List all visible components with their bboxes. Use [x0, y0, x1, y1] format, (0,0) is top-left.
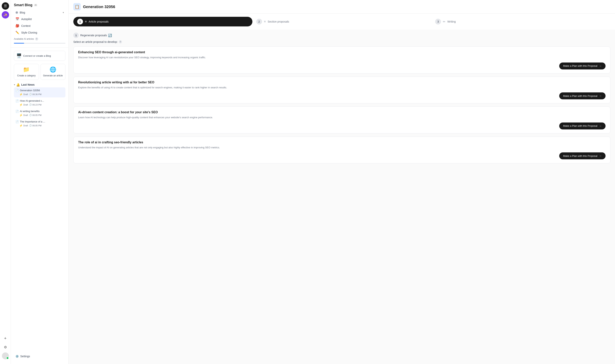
- make-plan-button-3[interactable]: Make a Plan with this Proposal →: [559, 122, 605, 130]
- settings-icon-button[interactable]: ⚙: [2, 344, 9, 351]
- select-label: Select an article proposal to develop: ?: [73, 40, 610, 43]
- arrow-icon-4: →: [599, 154, 602, 157]
- chevron-down-icon: ▾: [63, 11, 64, 14]
- news-item-how-ai[interactable]: 📄 How AI-generated c... ⚡ Draft 🕐 06:23 …: [14, 98, 65, 108]
- plus-button[interactable]: +: [2, 335, 9, 342]
- blog-dropdown[interactable]: Blog ▾: [12, 10, 67, 16]
- proposal-desc-4: Understand the impact of AI on generatin…: [78, 146, 605, 149]
- available-help-icon[interactable]: ?: [35, 38, 38, 40]
- connect-blog-label: Connect or create a Blog: [23, 54, 51, 57]
- step-icon-2: ≡: [264, 20, 266, 23]
- refresh-icon: 🔄: [108, 34, 112, 37]
- make-plan-button-4[interactable]: Make a Plan with this Proposal →: [559, 152, 605, 159]
- magic-button[interactable]: ✨: [2, 11, 9, 18]
- context-icon: 🎒: [15, 24, 19, 27]
- context-label: Context: [21, 24, 30, 27]
- create-category-icon: 📁: [23, 66, 30, 73]
- proposal-card-2: Revolutionizing article writing with ai …: [73, 77, 610, 104]
- step-label-2: Section proposals: [268, 20, 289, 23]
- icon-sidebar-bottom: + ⚙: [2, 335, 9, 362]
- time-badge-3: 🕐 06:05 PM: [29, 124, 41, 127]
- news-item-title-2: Ai writing benefits: [20, 110, 39, 113]
- proposal-footer-2: Make a Plan with this Proposal →: [78, 92, 605, 99]
- proposal-title-2: Revolutionizing article writing with ai …: [78, 81, 605, 84]
- proposal-footer-1: Make a Plan with this Proposal →: [78, 63, 605, 69]
- step-label-1: Article proposals: [89, 20, 109, 23]
- style-cloning-label: Style Cloning: [21, 31, 37, 34]
- sidebar-bottom: ⚙️ Settings: [11, 352, 68, 361]
- news-item-ai-writing[interactable]: 📄 Ai writing benefits ⚡ Draft 🕐 06:05 PM: [14, 108, 65, 118]
- news-item-icon-2: 📄: [15, 110, 19, 113]
- settings-nav-icon: ⚙️: [15, 355, 19, 358]
- style-cloning-icon: ✏️: [15, 31, 19, 34]
- divider-1: [11, 47, 68, 48]
- icon-sidebar-top: ☰ ✨: [2, 2, 9, 333]
- draft-badge-1: ⚡ Draft: [19, 103, 28, 106]
- draft-badge-2: ⚡ Draft: [19, 114, 28, 117]
- news-item-importance[interactable]: 📄 The Importance of a ... ⚡ Draft 🕐 06:0…: [14, 119, 65, 129]
- news-item-icon-1: 📄: [15, 99, 19, 103]
- proposal-card-4: The role of ai in crafting seo-friendly …: [73, 137, 610, 164]
- bell-icon: 🔔: [16, 83, 20, 87]
- connect-blog-section[interactable]: 🖥️ Connect or create a Blog: [14, 51, 65, 61]
- menu-button[interactable]: ☰: [2, 2, 9, 10]
- steps-bar: 1 ≡ Article proposals 2 ≡ Section propos…: [69, 14, 615, 29]
- draft-badge-3: ⚡ Draft: [19, 124, 28, 127]
- create-category-label: Create a category: [17, 74, 36, 77]
- settings-nav-label: Settings: [20, 355, 30, 358]
- content-area: 1 Regenerate proposals 🔄 Select an artic…: [69, 29, 615, 364]
- app-title: Smart Blog: [14, 3, 32, 7]
- step-writing[interactable]: 3 ✏ Writing: [431, 17, 610, 26]
- make-plan-button-2[interactable]: Make a Plan with this Proposal →: [559, 92, 605, 99]
- regenerate-button[interactable]: Regenerate proposals 🔄: [80, 34, 112, 37]
- proposal-title-3: Ai-driven content creation: a boost for …: [78, 111, 605, 114]
- step-number-2: 2: [256, 19, 262, 25]
- proposal-desc-1: Discover how leveraging AI can revolutio…: [78, 55, 605, 59]
- create-category-card[interactable]: 📁 Create a category: [14, 64, 39, 80]
- arrow-icon-1: →: [599, 65, 602, 67]
- generate-article-label: Generate an article: [43, 74, 63, 77]
- draft-badge-0: ⚡ Draft: [19, 93, 28, 96]
- step-number-1: 1: [77, 19, 83, 25]
- time-badge-1: 🕐 06:23 PM: [29, 104, 41, 106]
- news-item-icon-3: 📄: [15, 120, 19, 123]
- last-news-toggle-icon: ▾: [14, 83, 15, 86]
- regenerate-bar: 1 Regenerate proposals 🔄: [73, 33, 610, 38]
- step-number-3: 3: [435, 19, 441, 25]
- step-icon-1: ≡: [85, 20, 87, 23]
- generate-article-card[interactable]: 🌐 Generate an article: [40, 64, 65, 80]
- news-item-title-0: Generation 32056: [20, 89, 40, 92]
- select-help-icon[interactable]: ?: [119, 40, 122, 43]
- sidebar-item-context[interactable]: 🎒 Context: [12, 22, 67, 29]
- step-section-proposals[interactable]: 2 ≡ Section proposals: [252, 17, 432, 26]
- proposal-card-3: Ai-driven content creation: a boost for …: [73, 106, 610, 133]
- autopilot-icon: 📅: [15, 17, 19, 21]
- last-news-section: ▾ 🔔 Last News 📄 Generation 32056 ⚡ Draft…: [11, 81, 68, 130]
- news-item-gen-32056[interactable]: 📄 Generation 32056 ⚡ Draft 🕐 06:36 PM: [14, 87, 65, 97]
- make-plan-button-1[interactable]: Make a Plan with this Proposal →: [559, 63, 605, 69]
- time-badge-2: 🕐 06:05 PM: [29, 114, 41, 116]
- proposal-title-4: The role of ai in crafting seo-friendly …: [78, 141, 605, 144]
- available-section: Available AI articles ?: [11, 36, 68, 42]
- sidebar-item-autopilot[interactable]: 📅 Autopilot: [12, 16, 67, 22]
- arrow-icon-3: →: [599, 124, 602, 128]
- proposal-title-1: Enhancing SEO through ai-generated conte…: [78, 51, 605, 54]
- sidebar-header: Smart Blog AI: [11, 3, 68, 10]
- step-article-proposals[interactable]: 1 ≡ Article proposals: [73, 17, 252, 26]
- blog-dropdown-left: Blog: [15, 11, 25, 14]
- blog-dot-icon: [15, 11, 18, 14]
- sidebar-item-style-cloning[interactable]: ✏️ Style Cloning: [12, 29, 67, 36]
- available-label: Available AI articles: [14, 38, 34, 40]
- regenerate-number: 1: [73, 33, 79, 38]
- last-news-header[interactable]: ▾ 🔔 Last News: [14, 83, 65, 87]
- progress-bar: [14, 43, 65, 44]
- settings-nav-item[interactable]: ⚙️ Settings: [14, 353, 65, 359]
- proposal-desc-2: Explore the benefits of using AI to crea…: [78, 86, 605, 90]
- blog-label: Blog: [20, 11, 25, 14]
- news-item-title-3: The Importance of a ...: [20, 120, 45, 123]
- proposal-card-1: Enhancing SEO through ai-generated conte…: [73, 47, 610, 74]
- icon-sidebar: ☰ ✨ + ⚙: [0, 0, 11, 364]
- news-item-icon-0: 📄: [15, 89, 19, 92]
- progress-fill: [14, 43, 24, 44]
- main-header: 📋 Generation 32056: [69, 0, 615, 14]
